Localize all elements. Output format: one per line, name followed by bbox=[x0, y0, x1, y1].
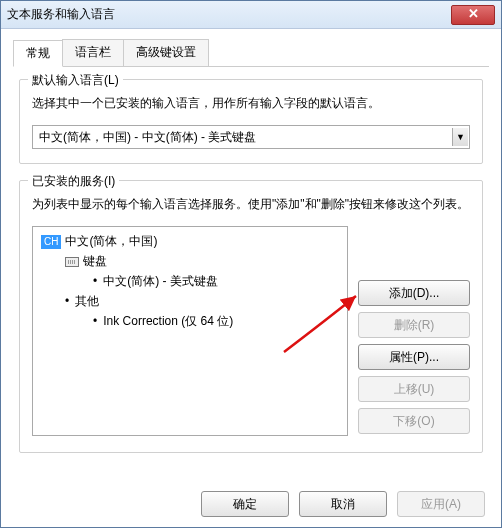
tab-langbar[interactable]: 语言栏 bbox=[62, 39, 124, 66]
bullet-icon: • bbox=[65, 294, 69, 308]
remove-button: 删除(R) bbox=[358, 312, 470, 338]
close-button[interactable]: ✕ bbox=[451, 5, 495, 25]
installed-services-desc: 为列表中显示的每个输入语言选择服务。使用"添加"和"删除"按钮来修改这个列表。 bbox=[32, 195, 470, 214]
group-default-language-legend: 默认输入语言(L) bbox=[28, 72, 123, 89]
content-area: 常规 语言栏 高级键设置 默认输入语言(L) 选择其中一个已安装的输入语言，用作… bbox=[1, 29, 501, 453]
tree-root-label: 中文(简体，中国) bbox=[65, 234, 157, 248]
tab-general[interactable]: 常规 bbox=[13, 40, 63, 67]
dialog-footer: 确定 取消 应用(A) bbox=[201, 491, 485, 517]
tree-other[interactable]: •其他 bbox=[37, 291, 343, 311]
tab-advanced-keys[interactable]: 高级键设置 bbox=[123, 39, 209, 66]
services-tree[interactable]: CH中文(简体，中国) 键盘 •中文(简体) - 美式键盘 •其他 •Ink C… bbox=[32, 226, 348, 436]
apply-button: 应用(A) bbox=[397, 491, 485, 517]
tree-keyboard-label: 键盘 bbox=[83, 254, 107, 268]
default-language-dropdown[interactable]: 中文(简体，中国) - 中文(简体) - 美式键盘 ▼ bbox=[32, 125, 470, 149]
window-title: 文本服务和输入语言 bbox=[7, 6, 451, 23]
titlebar: 文本服务和输入语言 ✕ bbox=[1, 1, 501, 29]
lang-badge-icon: CH bbox=[41, 235, 61, 249]
ok-button[interactable]: 确定 bbox=[201, 491, 289, 517]
bullet-icon: • bbox=[93, 274, 97, 288]
tree-other-item[interactable]: •Ink Correction (仅 64 位) bbox=[37, 311, 343, 331]
chevron-down-icon: ▼ bbox=[452, 128, 468, 146]
bullet-icon: • bbox=[93, 314, 97, 328]
tree-other-label: 其他 bbox=[75, 294, 99, 308]
group-default-language: 默认输入语言(L) 选择其中一个已安装的输入语言，用作所有输入字段的默认语言。 … bbox=[19, 79, 483, 164]
tab-bar: 常规 语言栏 高级键设置 bbox=[13, 39, 489, 67]
tree-keyboard[interactable]: 键盘 bbox=[37, 251, 343, 271]
tree-other-item-label: Ink Correction (仅 64 位) bbox=[103, 314, 233, 328]
tree-keyboard-item[interactable]: •中文(简体) - 美式键盘 bbox=[37, 271, 343, 291]
properties-button[interactable]: 属性(P)... bbox=[358, 344, 470, 370]
group-installed-services: 已安装的服务(I) 为列表中显示的每个输入语言选择服务。使用"添加"和"删除"按… bbox=[19, 180, 483, 453]
cancel-button[interactable]: 取消 bbox=[299, 491, 387, 517]
keyboard-icon bbox=[65, 257, 79, 267]
default-language-desc: 选择其中一个已安装的输入语言，用作所有输入字段的默认语言。 bbox=[32, 94, 470, 113]
add-button[interactable]: 添加(D)... bbox=[358, 280, 470, 306]
dialog-window: 文本服务和输入语言 ✕ 常规 语言栏 高级键设置 默认输入语言(L) 选择其中一… bbox=[0, 0, 502, 528]
moveup-button: 上移(U) bbox=[358, 376, 470, 402]
movedown-button: 下移(O) bbox=[358, 408, 470, 434]
group-installed-services-legend: 已安装的服务(I) bbox=[28, 173, 119, 190]
tree-keyboard-item-label: 中文(简体) - 美式键盘 bbox=[103, 274, 218, 288]
close-icon: ✕ bbox=[468, 6, 479, 21]
default-language-value: 中文(简体，中国) - 中文(简体) - 美式键盘 bbox=[39, 129, 463, 146]
service-buttons: 添加(D)... 删除(R) 属性(P)... 上移(U) 下移(O) bbox=[358, 226, 470, 436]
tree-root[interactable]: CH中文(简体，中国) bbox=[37, 231, 343, 251]
